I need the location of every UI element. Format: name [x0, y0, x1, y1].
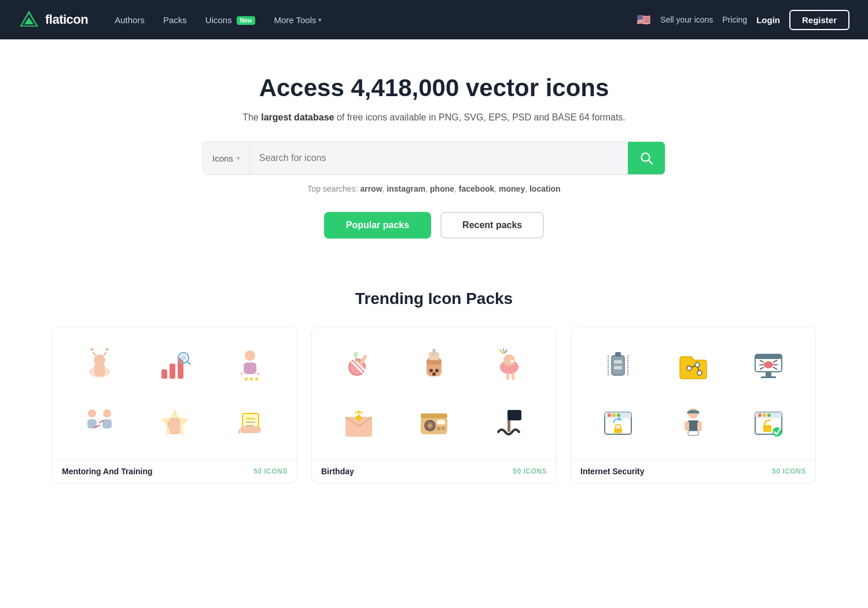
- hero-section: Access 4,418,000 vector icons The larges…: [0, 39, 868, 290]
- svg-line-57: [359, 411, 363, 413]
- pack-icon: [396, 394, 472, 452]
- pack-icon: [212, 394, 288, 452]
- pack-icon: [321, 394, 396, 452]
- pack-grid: ★★★: [52, 327, 816, 484]
- pack-name: Internet Security: [580, 467, 644, 476]
- svg-point-39: [354, 352, 358, 357]
- svg-rect-36: [240, 426, 261, 433]
- svg-line-17: [187, 361, 190, 364]
- nav-packs[interactable]: Packs: [155, 10, 195, 30]
- svg-point-103: [758, 413, 762, 417]
- top-search-instagram[interactable]: instagram: [387, 184, 425, 193]
- search-bar: Icons ▾: [203, 141, 665, 175]
- svg-rect-50: [506, 373, 509, 380]
- popular-packs-tab[interactable]: Popular packs: [324, 212, 431, 239]
- svg-rect-106: [763, 425, 771, 432]
- pack-name: Mentoring And Training: [62, 467, 153, 476]
- svg-point-73: [687, 366, 692, 371]
- svg-point-47: [432, 372, 436, 376]
- trending-title: Trending Icon Packs: [52, 290, 816, 308]
- pack-icon: [472, 394, 547, 452]
- pack-count: 50 ICONS: [772, 467, 806, 475]
- pack-card-birthday[interactable]: Birthday 50 ICONS: [311, 327, 557, 484]
- nav-more-tools[interactable]: More Tools ▾: [266, 10, 330, 30]
- svg-point-16: [181, 355, 186, 361]
- nav-uicons[interactable]: Uicons New: [197, 10, 264, 30]
- pack-icon: [656, 336, 731, 394]
- svg-rect-64: [421, 413, 447, 418]
- nav-login[interactable]: Login: [756, 15, 780, 25]
- search-button[interactable]: [628, 142, 665, 174]
- pack-icon: [472, 336, 547, 394]
- top-search-location[interactable]: location: [529, 184, 561, 193]
- svg-point-91: [608, 413, 611, 417]
- hero-title: Access 4,418,000 vector icons: [12, 74, 856, 102]
- pack-icon: [62, 336, 137, 394]
- pack-count: 50 ICONS: [513, 467, 547, 475]
- svg-line-4: [649, 160, 652, 164]
- svg-point-104: [763, 413, 766, 417]
- pack-count: 50 ICONS: [253, 467, 288, 475]
- trending-section: Trending Icon Packs: [29, 290, 839, 518]
- pack-footer-security: Internet Security 50 ICONS: [571, 459, 815, 483]
- uicons-badge: New: [237, 16, 256, 25]
- logo-text: flaticon: [45, 12, 88, 27]
- search-type-selector[interactable]: Icons ▾: [203, 142, 250, 174]
- svg-rect-63: [442, 427, 445, 430]
- svg-point-46: [435, 369, 439, 372]
- pack-icon: [321, 336, 396, 394]
- svg-marker-10: [90, 349, 94, 351]
- svg-rect-69: [614, 360, 622, 364]
- svg-rect-61: [437, 420, 445, 424]
- svg-point-74: [695, 362, 700, 367]
- svg-rect-44: [432, 349, 436, 356]
- pack-name: Birthday: [321, 467, 354, 476]
- pack-icons-security: [571, 327, 815, 459]
- nav-register[interactable]: Register: [789, 10, 849, 30]
- svg-point-93: [617, 413, 620, 417]
- svg-rect-95: [614, 428, 622, 433]
- top-search-money[interactable]: money: [499, 184, 525, 193]
- svg-point-23: [88, 409, 96, 417]
- pack-icons-birthday: [312, 327, 556, 459]
- svg-point-60: [428, 423, 432, 428]
- svg-rect-12: [161, 369, 167, 379]
- svg-rect-26: [102, 419, 112, 428]
- pack-icon: [580, 394, 656, 452]
- pack-icon: ★★★: [212, 336, 288, 394]
- svg-point-92: [612, 413, 616, 417]
- pack-icons-mentoring: ★★★: [53, 327, 297, 459]
- svg-rect-62: [437, 427, 440, 430]
- nav-sell-icons[interactable]: Sell your icons: [660, 15, 713, 24]
- nav-right: 🇺🇸 Sell your icons Pricing Login Registe…: [637, 10, 849, 30]
- svg-point-52: [510, 360, 514, 362]
- svg-point-7: [94, 354, 105, 366]
- svg-marker-21: [256, 372, 260, 375]
- pack-icon: [580, 336, 656, 394]
- svg-point-54: [356, 415, 362, 421]
- pack-card-security[interactable]: Internet Security 50 ICONS: [571, 327, 816, 484]
- svg-point-105: [767, 413, 771, 417]
- recent-packs-tab[interactable]: Recent packs: [440, 212, 544, 239]
- top-search-arrow[interactable]: arrow: [360, 184, 382, 193]
- navbar: flaticon Authors Packs Uicons New More T…: [0, 0, 868, 39]
- top-search-phone[interactable]: phone: [430, 184, 454, 193]
- svg-rect-100: [688, 431, 698, 435]
- top-search-facebook[interactable]: facebook: [459, 184, 494, 193]
- pack-tabs: Popular packs Recent packs: [12, 212, 856, 239]
- language-flag[interactable]: 🇺🇸: [637, 13, 651, 27]
- nav-links: Authors Packs Uicons New More Tools ▾: [106, 10, 637, 30]
- svg-point-45: [429, 369, 433, 372]
- svg-rect-67: [612, 356, 624, 375]
- nav-pricing[interactable]: Pricing: [722, 15, 747, 24]
- logo[interactable]: flaticon: [19, 9, 88, 30]
- svg-rect-66: [507, 410, 521, 420]
- pack-icon: [137, 394, 212, 452]
- search-input[interactable]: [250, 142, 628, 174]
- nav-authors[interactable]: Authors: [106, 10, 153, 30]
- svg-marker-20: [240, 372, 244, 375]
- svg-point-82: [764, 361, 773, 368]
- pack-footer-birthday: Birthday 50 ICONS: [312, 459, 556, 483]
- pack-card-mentoring[interactable]: ★★★: [52, 327, 297, 484]
- svg-point-49: [503, 354, 515, 366]
